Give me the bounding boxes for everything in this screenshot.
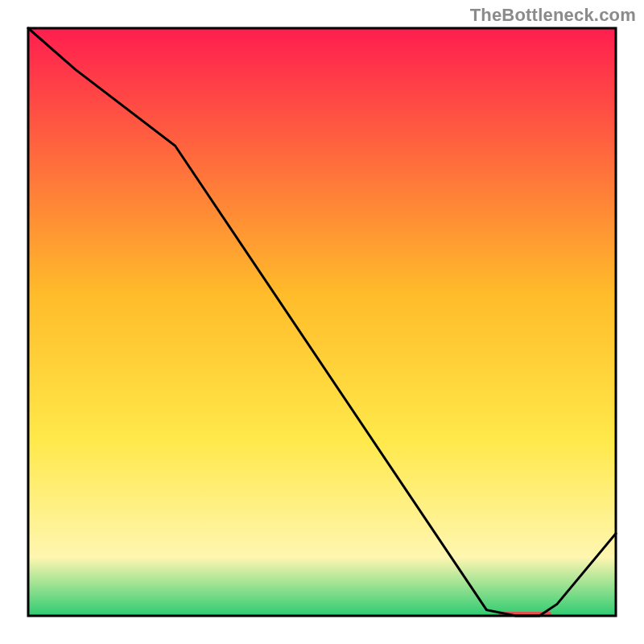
bottleneck-chart: [0, 0, 644, 644]
plot-area: [28, 28, 616, 616]
